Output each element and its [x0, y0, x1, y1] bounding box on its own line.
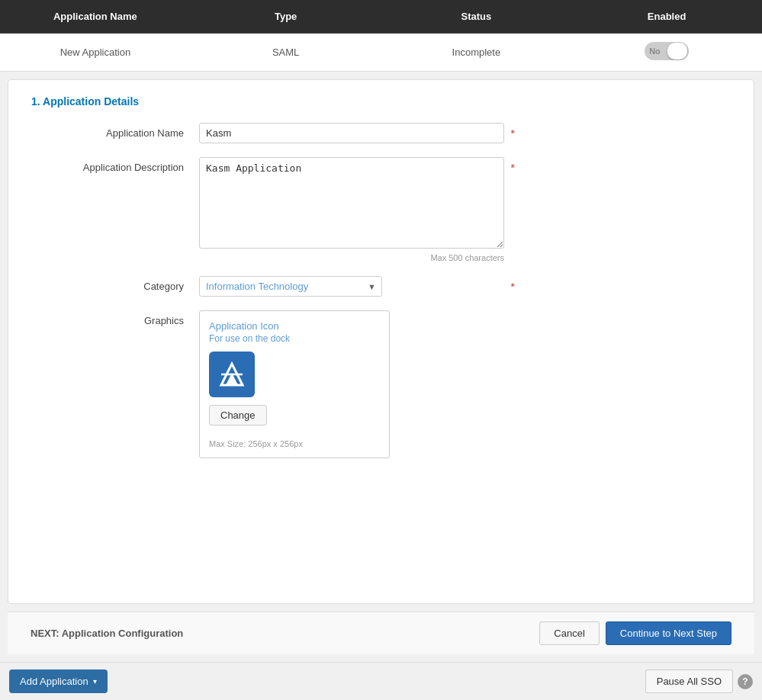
col-status: Status — [381, 11, 572, 22]
app-desc-label: Application Description — [31, 157, 199, 173]
required-star-desc: * — [511, 162, 515, 174]
graphics-label: Graphics — [31, 310, 199, 326]
section-title: 1. Application Details — [31, 95, 731, 108]
add-app-label: Add Application — [20, 676, 88, 687]
col-enabled: Enabled — [571, 11, 762, 22]
bottom-bar: Add Application ▾ Pause All SSO ? — [0, 662, 762, 700]
toggle-knob — [667, 43, 687, 59]
required-star-cat: * — [511, 281, 515, 293]
enabled-toggle[interactable]: No — [645, 42, 689, 60]
table-header: Application Name Type Status Enabled — [0, 0, 762, 34]
continue-button[interactable]: Continue to Next Step — [606, 621, 731, 645]
row-app-name: New Application — [0, 47, 191, 58]
kasm-logo-svg — [215, 358, 249, 391]
app-name-field: * — [199, 123, 504, 143]
caret-icon: ▾ — [93, 677, 97, 686]
category-row: Category Information Technology Business… — [31, 276, 731, 297]
col-type: Type — [191, 11, 381, 22]
app-name-row: Application Name * — [31, 123, 731, 143]
app-desc-field: * Max 500 characters — [199, 157, 504, 262]
row-status: Incomplete — [381, 47, 572, 58]
app-desc-row: Application Description * Max 500 charac… — [31, 157, 731, 262]
graphics-row: Graphics Application Icon For use on the… — [31, 310, 731, 458]
category-select[interactable]: Information Technology Business Developm… — [199, 276, 382, 297]
app-name-label: Application Name — [31, 123, 199, 139]
pause-sso-label: Pause All SSO — [657, 676, 722, 687]
footer-buttons: Cancel Continue to Next Step — [539, 621, 731, 645]
toggle-label: No — [649, 47, 661, 56]
row-type: SAML — [191, 47, 381, 58]
help-icon[interactable]: ? — [738, 674, 753, 689]
bottom-right: Pause All SSO ? — [645, 669, 753, 693]
category-field: Information Technology Business Developm… — [199, 276, 504, 297]
app-name-input[interactable] — [199, 123, 504, 143]
next-label: NEXT: Application Configuration — [31, 628, 183, 639]
app-desc-textarea[interactable] — [199, 157, 504, 249]
icon-sublabel: For use on the dock — [209, 333, 380, 344]
pause-sso-button[interactable]: Pause All SSO — [645, 669, 733, 693]
category-select-wrapper: Information Technology Business Developm… — [199, 276, 382, 297]
graphics-box: Application Icon For use on the dock Cha… — [199, 310, 390, 458]
change-icon-button[interactable]: Change — [209, 405, 267, 425]
footer-actions: NEXT: Application Configuration Cancel C… — [8, 612, 754, 654]
cancel-button[interactable]: Cancel — [539, 621, 599, 645]
icon-label: Application Icon — [209, 320, 380, 332]
col-app-name: Application Name — [0, 11, 191, 22]
kasm-icon — [209, 352, 255, 397]
required-star-name: * — [511, 127, 515, 140]
table-row: New Application SAML Incomplete No — [0, 34, 762, 72]
char-limit: Max 500 characters — [199, 253, 504, 262]
category-label: Category — [31, 276, 199, 292]
main-form: 1. Application Details Application Name … — [8, 79, 754, 604]
max-size-label: Max Size: 256px x 256px — [209, 439, 380, 448]
graphics-field: Application Icon For use on the dock Cha… — [199, 310, 397, 458]
add-application-button[interactable]: Add Application ▾ — [9, 669, 108, 693]
row-enabled: No — [571, 42, 762, 63]
